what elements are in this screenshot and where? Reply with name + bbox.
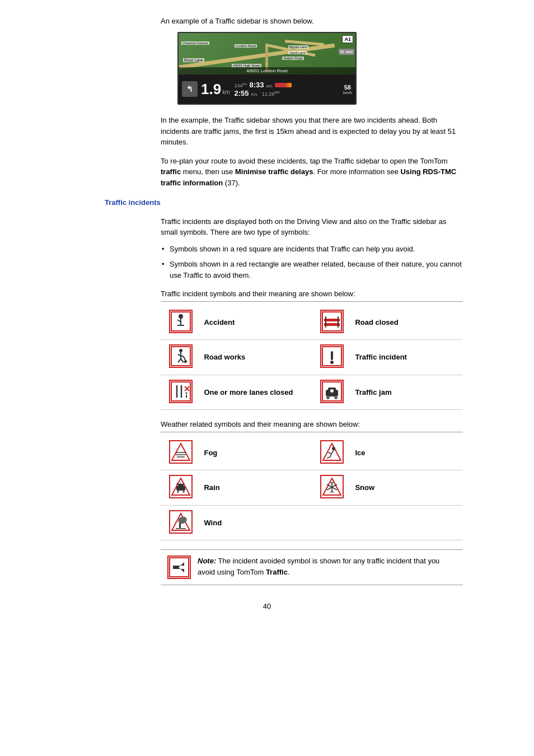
svg-line-16 (181, 359, 184, 362)
chestnut-label: Chestnut Avenue (181, 41, 209, 45)
svg-rect-20 (331, 351, 333, 360)
traffic-jam-label: Traffic jam (352, 375, 463, 410)
lanes-closed-icon-cell (161, 375, 200, 410)
svg-point-21 (330, 361, 334, 364)
road-works-icon (169, 344, 193, 368)
nav-distance-block: 1.9km (201, 82, 230, 96)
wind-icon-cell (161, 505, 200, 540)
rain-label: Rain (200, 470, 312, 506)
page-number: 40 (71, 602, 463, 610)
note-icon-svg (168, 557, 190, 578)
svg-point-12 (179, 349, 182, 352)
bullets-list: Symbols shown in a red square are incide… (161, 244, 463, 281)
traffic-symbols-section: Traffic incident symbols and their meani… (161, 288, 463, 585)
svg-point-40 (332, 447, 335, 450)
road-works-icon-cell (161, 340, 200, 375)
svg-rect-8 (324, 323, 340, 326)
svg-marker-39 (323, 444, 341, 460)
road-works-label: Road works (200, 340, 312, 375)
rain-icon-cell (161, 470, 200, 506)
weather-symbols-table: Fog Ice (161, 436, 463, 541)
nav-road-name: A6001 London Road (179, 67, 355, 74)
wind-label: Wind (200, 505, 312, 540)
svg-marker-35 (172, 444, 190, 460)
table-row: Wind (161, 505, 463, 540)
snow-icon (320, 475, 344, 498)
delay-badge: 51 min (339, 49, 354, 55)
snow-svg (321, 476, 343, 497)
a1-badge: A1 (342, 35, 353, 43)
road-closed-svg (321, 311, 343, 332)
svg-point-48 (177, 491, 179, 493)
note-content: Note: The incident avoided symbol is sho… (198, 556, 456, 577)
traffic-jam-icon (320, 380, 344, 403)
ice-icon (320, 440, 344, 464)
rose-lane-label: Rose Lane (183, 58, 204, 62)
accident-label: Accident (200, 305, 312, 340)
table-row: Rain (161, 470, 463, 506)
snow-label: Snow (352, 470, 463, 506)
fog-icon (169, 440, 193, 464)
svg-rect-47 (178, 484, 184, 487)
ice-label: Ice (352, 436, 463, 470)
traffic-symbols-table: Accident Road closed (161, 305, 463, 410)
table-row: Road works Traffic incident (161, 340, 463, 375)
svg-marker-66 (173, 562, 184, 572)
svg-line-41 (331, 450, 334, 454)
london-road-label: London Road (235, 44, 257, 48)
speed-block: 58 km/h (343, 84, 352, 95)
table-row: Fog Ice (161, 436, 463, 470)
svg-rect-7 (324, 319, 340, 321)
svg-point-34 (330, 389, 334, 393)
nav-times-block: 144km 8:33am 2:55hrs 11:28am (235, 81, 292, 97)
accident-icon (169, 310, 193, 333)
svg-point-27 (185, 392, 187, 394)
paragraph-1: In the example, the Traffic sidebar show… (161, 115, 463, 148)
table-row: Accident Road closed (161, 305, 463, 340)
svg-point-1 (179, 314, 183, 319)
svg-line-43 (330, 454, 331, 457)
nav-screenshot: Chestnut Avenue Rose Lane Bonds Lane San… (177, 32, 357, 105)
fog-icon-cell (161, 436, 200, 470)
note-box: Note: The incident avoided symbol is sho… (161, 549, 463, 585)
accident-icon-cell (161, 305, 200, 340)
nav-info-bar: ↰ 1.9km 144km 8:33am 2:55hrs 11:28am 58 … (179, 74, 355, 104)
traffic-incident-svg (321, 346, 343, 367)
bullet-2: Symbols shown in a red rectangle are wea… (161, 259, 463, 281)
ice-icon-cell (312, 436, 352, 470)
rain-svg (170, 476, 191, 497)
lanes-closed-svg (170, 381, 191, 402)
bonds-lane-label: Bonds Lane (288, 45, 308, 49)
svg-line-44 (327, 457, 330, 458)
traffic-incident-icon-cell (312, 340, 352, 375)
svg-line-42 (328, 452, 331, 454)
traffic-bar (275, 83, 292, 87)
turn-icon: ↰ (182, 81, 198, 97)
fog-label: Fog (200, 436, 312, 470)
snow-icon-cell (312, 470, 352, 506)
accident-svg (170, 311, 191, 332)
lanes-closed-icon (169, 380, 193, 403)
road-closed-icon-cell (312, 305, 352, 340)
traffic-jam-icon-cell (312, 375, 352, 410)
road-closed-label: Road closed (352, 305, 463, 340)
intro-text: An example of a Traffic sidebar is shown… (161, 17, 463, 25)
svg-rect-65 (170, 558, 189, 577)
svg-rect-18 (184, 360, 187, 363)
note-icon (167, 556, 191, 579)
ice-svg (321, 441, 343, 463)
table-row: One or more lanes closed (161, 375, 463, 410)
station-road-label: Station Road (282, 57, 304, 60)
section-paragraph: Traffic incidents are displayed both on … (161, 216, 463, 281)
svg-point-33 (334, 396, 338, 399)
svg-line-15 (178, 359, 181, 362)
wind-icon (169, 510, 193, 534)
road-closed-icon (320, 310, 344, 333)
svg-point-49 (182, 491, 185, 493)
svg-point-32 (326, 396, 330, 399)
sand-lane-label: Sand Lane (288, 51, 307, 54)
wind-svg (170, 511, 191, 533)
traffic-incident-label: Traffic incident (352, 340, 463, 375)
section-heading-traffic: Traffic incidents (105, 197, 463, 208)
rain-icon (169, 475, 193, 498)
